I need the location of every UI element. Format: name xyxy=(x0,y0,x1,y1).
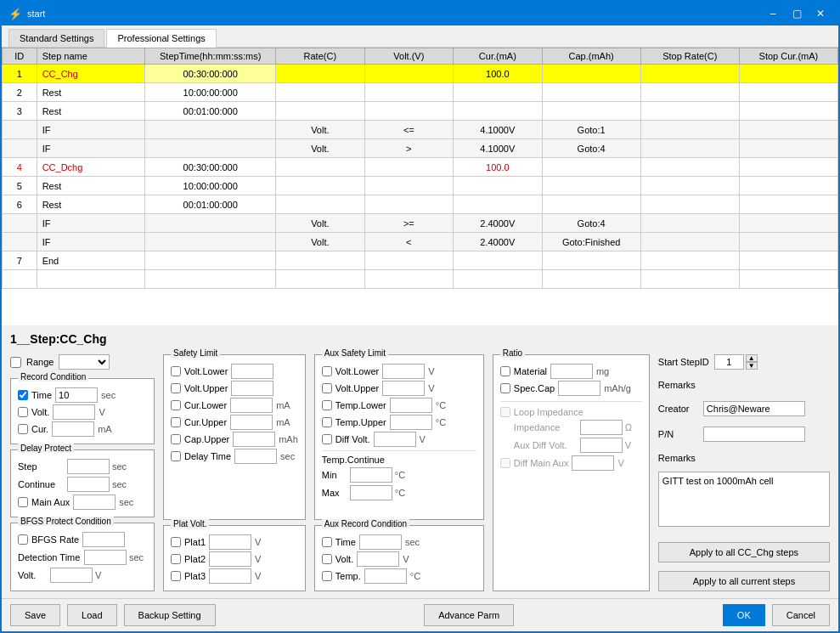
bfgs-rate-input[interactable] xyxy=(82,532,125,547)
temp-min-input[interactable] xyxy=(350,467,392,483)
cap-upper-input[interactable] xyxy=(233,432,275,447)
aux-diff-volt2-input[interactable] xyxy=(580,438,623,453)
main-aux-input[interactable] xyxy=(73,495,116,510)
volt-input[interactable] xyxy=(53,404,95,420)
aux-volt-lower-checkbox[interactable] xyxy=(322,366,332,376)
aux-record-group: Aux Record Condition Time sec Volt. xyxy=(314,525,484,591)
table-row[interactable]: IF Volt. < 2.4000V Goto:Finished xyxy=(3,233,838,252)
diff-main-aux-input[interactable] xyxy=(572,455,614,471)
table-row[interactable]: 3 Rest 00:01:00:000 xyxy=(3,102,838,121)
material-checkbox[interactable] xyxy=(500,366,510,376)
plat2-checkbox[interactable] xyxy=(171,554,181,564)
volt-checkbox[interactable] xyxy=(18,407,28,417)
aux-volt-upper-input[interactable] xyxy=(382,381,425,396)
advance-button[interactable]: Advance Parm xyxy=(424,604,514,626)
table-row[interactable]: IF Volt. <= 4.1000V Goto:1 xyxy=(3,121,838,139)
volt-lower-input[interactable] xyxy=(231,364,273,379)
table-row[interactable] xyxy=(3,270,838,289)
spec-cap-checkbox[interactable] xyxy=(500,383,510,393)
ratio-group: Ratio Material mg Spec.Cap xyxy=(493,354,650,591)
detection-time-input[interactable] xyxy=(84,550,127,565)
plat1-input[interactable] xyxy=(209,534,251,550)
table-row[interactable]: IF Volt. > 4.1000V Goto:4 xyxy=(3,139,838,158)
apply-current-button[interactable]: Apply to all current steps xyxy=(658,571,830,591)
cur-lower-checkbox[interactable] xyxy=(171,400,181,410)
main-aux-checkbox[interactable] xyxy=(18,497,28,507)
aux-diff-volt-input[interactable] xyxy=(374,432,416,447)
cur-lower-input[interactable] xyxy=(230,398,273,413)
range-select[interactable] xyxy=(59,354,110,370)
aux-rec-temp-checkbox[interactable] xyxy=(322,571,332,581)
plat1-checkbox[interactable] xyxy=(171,537,181,547)
aux-diff-volt-label: Diff Volt. xyxy=(335,434,370,444)
bfgs-rate-checkbox[interactable] xyxy=(18,534,28,545)
aux-rec-volt-input[interactable] xyxy=(357,551,399,567)
table-row[interactable]: 1 CC_Chg 00:30:00:000 100.0 xyxy=(3,65,838,83)
time-input[interactable] xyxy=(55,387,98,403)
table-row[interactable]: IF Volt. >= 2.4000V Goto:4 xyxy=(3,214,838,233)
aux-volt-lower-input[interactable] xyxy=(382,364,425,379)
close-button[interactable]: ✕ xyxy=(809,5,832,22)
aux-rec-volt-checkbox[interactable] xyxy=(322,554,332,564)
apply-cc-chg-button[interactable]: Apply to all CC_Chg steps xyxy=(658,542,830,562)
delay-time-input[interactable] xyxy=(234,449,277,464)
plat2-input[interactable] xyxy=(209,551,251,567)
cell-name: Rest xyxy=(37,102,145,121)
aux-volt-upper-checkbox[interactable] xyxy=(322,383,332,393)
spin-up-button[interactable]: ▲ xyxy=(746,354,758,362)
minimize-button[interactable]: – xyxy=(762,5,784,22)
spin-down-button[interactable]: ▼ xyxy=(746,362,758,370)
spec-cap-input[interactable] xyxy=(558,381,600,396)
temp-max-input[interactable] xyxy=(350,485,392,500)
aux-rec-time-input[interactable] xyxy=(359,534,402,550)
loop-impedance-checkbox[interactable] xyxy=(500,407,510,417)
range-checkbox[interactable] xyxy=(10,357,21,368)
diff-main-aux-checkbox[interactable] xyxy=(500,458,510,468)
cell-id: 5 xyxy=(3,177,37,195)
cur-upper-checkbox[interactable] xyxy=(171,417,181,427)
aux-diff-volt-checkbox[interactable] xyxy=(322,434,332,444)
table-row[interactable]: 7 End xyxy=(3,252,838,270)
aux-rec-time-checkbox[interactable] xyxy=(322,537,332,547)
start-step-id-input[interactable] xyxy=(714,354,744,370)
cur-input[interactable] xyxy=(52,421,94,437)
bfgs-volt-input[interactable] xyxy=(50,568,93,583)
backup-button[interactable]: Backup Setting xyxy=(124,604,216,626)
volt-upper-input[interactable] xyxy=(231,381,273,396)
creator-input[interactable] xyxy=(703,401,805,416)
save-button[interactable]: Save xyxy=(10,604,60,626)
delay-time-checkbox[interactable] xyxy=(171,451,181,461)
pn-input[interactable] xyxy=(703,427,805,442)
cap-upper-checkbox[interactable] xyxy=(171,434,181,444)
step-input[interactable] xyxy=(67,459,110,474)
time-checkbox[interactable] xyxy=(18,390,28,400)
impedance-input[interactable] xyxy=(580,420,623,435)
cur-upper-input[interactable] xyxy=(230,415,273,430)
load-button[interactable]: Load xyxy=(67,604,116,626)
table-row[interactable]: 2 Rest 10:00:00:000 xyxy=(3,83,838,102)
material-input[interactable] xyxy=(550,364,593,379)
maximize-button[interactable]: ▢ xyxy=(786,5,808,22)
aux-rec-temp-label: Temp. xyxy=(335,571,361,581)
aux-temp-lower-checkbox[interactable] xyxy=(322,400,332,410)
continue-input[interactable] xyxy=(67,477,110,492)
ok-button[interactable]: OK xyxy=(723,604,765,626)
cancel-button[interactable]: Cancel xyxy=(772,604,830,626)
aux-temp-lower-input[interactable] xyxy=(390,398,432,413)
aux-rec-temp-input[interactable] xyxy=(364,568,407,584)
volt-lower-checkbox[interactable] xyxy=(171,366,181,376)
aux-temp-upper-checkbox[interactable] xyxy=(322,417,332,427)
cell-name: Rest xyxy=(37,83,145,102)
app-icon: ⚡ xyxy=(8,8,22,20)
tab-standard[interactable]: Standard Settings xyxy=(8,29,104,47)
plat3-checkbox[interactable] xyxy=(171,571,181,581)
cur-checkbox[interactable] xyxy=(18,424,28,434)
table-row[interactable]: 6 Rest 00:01:00:000 xyxy=(3,195,838,214)
cell-cap: Goto:Finished xyxy=(542,233,640,252)
table-row[interactable]: 5 Rest 10:00:00:000 xyxy=(3,177,838,195)
volt-upper-checkbox[interactable] xyxy=(171,383,181,393)
aux-temp-upper-input[interactable] xyxy=(390,415,432,430)
plat3-input[interactable] xyxy=(209,568,251,584)
table-row[interactable]: 4 CC_Dchg 00:30:00:000 100.0 xyxy=(3,158,838,177)
tab-professional[interactable]: Professional Settings xyxy=(106,29,216,48)
